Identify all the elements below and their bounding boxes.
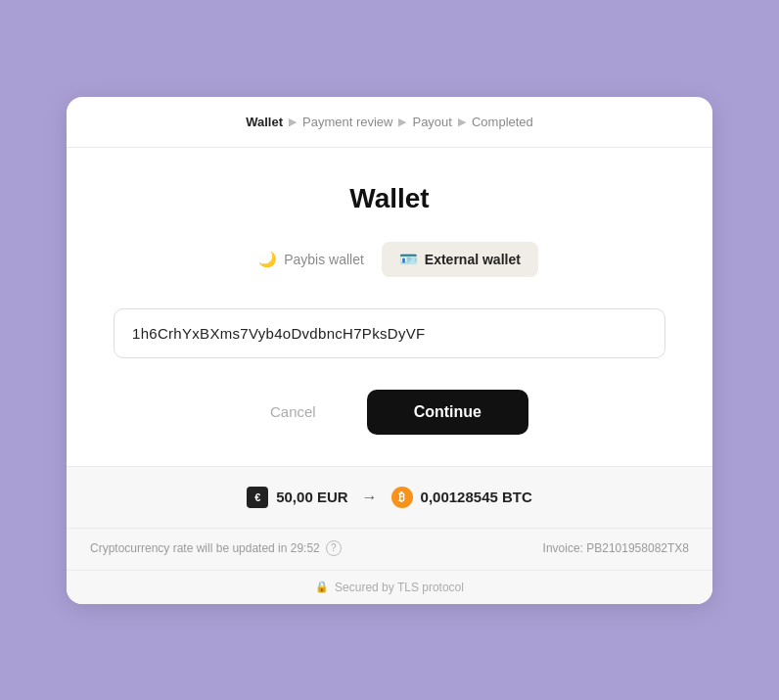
to-amount: ₿ 0,00128545 BTC [391, 487, 532, 508]
action-buttons: Cancel Continue [114, 390, 665, 435]
wallet-toggle: 🌙 Paybis wallet 🪪 External wallet [114, 242, 665, 277]
external-wallet-label: External wallet [425, 252, 521, 267]
breadcrumb-sep-3: ▶ [458, 116, 466, 128]
footer-bar: Cryptocurrency rate will be updated in 2… [67, 528, 712, 570]
breadcrumb-completed: Completed [472, 115, 533, 129]
help-icon[interactable]: ? [326, 540, 342, 556]
cancel-button[interactable]: Cancel [251, 392, 336, 432]
summary-bar: € 50,00 EUR → ₿ 0,00128545 BTC [67, 466, 712, 528]
breadcrumb-wallet: Wallet [246, 115, 283, 129]
paybis-wallet-label: Paybis wallet [284, 252, 364, 267]
secured-bar: 🔒 Secured by TLS protocol [67, 570, 712, 604]
card-icon: 🪪 [399, 251, 418, 268]
footer-left: Cryptocurrency rate will be updated in 2… [90, 540, 342, 556]
wallet-address-input[interactable] [114, 308, 665, 358]
rate-update-text: Cryptocurrency rate will be updated in 2… [90, 541, 320, 555]
paybis-wallet-option[interactable]: 🌙 Paybis wallet [241, 242, 382, 277]
wallet-input-wrapper [114, 308, 665, 358]
footer-right: Invoice: PB2101958082TX8 [543, 541, 689, 555]
breadcrumb-sep-2: ▶ [398, 116, 406, 128]
breadcrumb-sep-1: ▶ [289, 116, 297, 128]
breadcrumb-payout: Payout [412, 115, 451, 129]
invoice-text: Invoice: PB2101958082TX8 [543, 541, 689, 555]
btc-icon: ₿ [391, 487, 413, 508]
page-title: Wallet [114, 183, 665, 214]
secured-text: Secured by TLS protocol [335, 581, 464, 594]
breadcrumb-payment-review: Payment review [302, 115, 392, 129]
lock-icon: 🔒 [315, 581, 329, 593]
modal-container: Wallet ▶ Payment review ▶ Payout ▶ Compl… [67, 97, 712, 604]
from-amount-value: 50,00 EUR [276, 489, 347, 505]
eur-icon: € [247, 487, 268, 508]
external-wallet-option[interactable]: 🪪 External wallet [382, 242, 538, 277]
continue-button[interactable]: Continue [367, 390, 528, 435]
moon-icon: 🌙 [258, 251, 277, 268]
arrow-icon: → [362, 489, 378, 506]
breadcrumb: Wallet ▶ Payment review ▶ Payout ▶ Compl… [67, 97, 712, 148]
main-content: Wallet 🌙 Paybis wallet 🪪 External wallet… [67, 148, 712, 466]
from-amount: € 50,00 EUR [247, 487, 347, 508]
to-amount-value: 0,00128545 BTC [421, 489, 532, 505]
